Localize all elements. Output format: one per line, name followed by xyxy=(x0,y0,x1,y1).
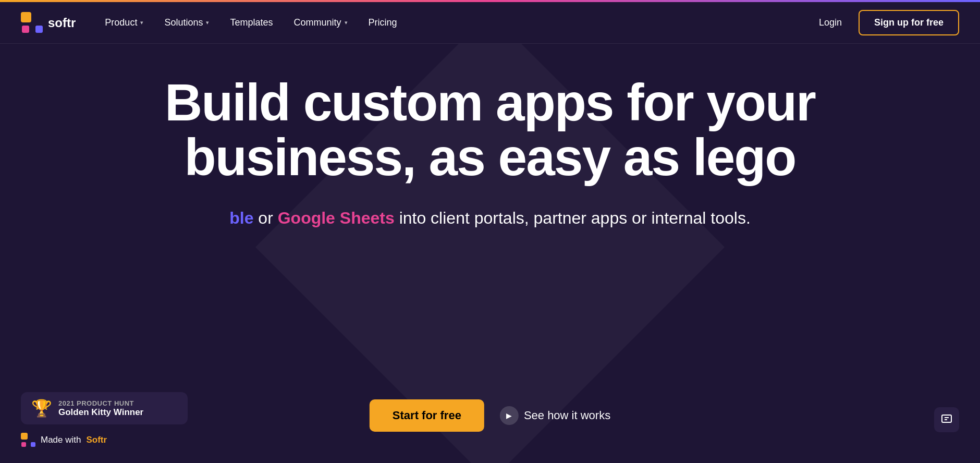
nav-item-pricing[interactable]: Pricing xyxy=(360,13,406,32)
nav-item-product[interactable]: Product ▾ xyxy=(96,13,152,32)
svg-rect-0 xyxy=(942,415,951,422)
badge-title: Golden Kitty Winner xyxy=(58,407,143,418)
login-button[interactable]: Login xyxy=(811,13,850,32)
see-how-it-works-button[interactable]: ▶ See how it works xyxy=(500,406,610,425)
hero-subtitle: ble or Google Sheets into client portals… xyxy=(146,205,834,230)
logo-text: softr xyxy=(48,16,76,30)
navbar: softr Product ▾ Solutions ▾ Templates Co… xyxy=(0,2,980,44)
product-hunt-badge: 🏆 2021 PRODUCT HUNT Golden Kitty Winner xyxy=(21,392,188,424)
nav-item-community[interactable]: Community ▾ xyxy=(286,13,356,32)
made-with-label: Made with xyxy=(41,435,81,445)
airtable-highlight: ble xyxy=(229,209,253,227)
chevron-down-icon: ▾ xyxy=(140,19,143,26)
made-with-brand: Softr xyxy=(86,435,107,445)
hero-title: Build custom apps for your business, as … xyxy=(146,75,834,185)
subtitle-suffix: into client portals, partner apps or int… xyxy=(395,209,751,227)
nav-links: Product ▾ Solutions ▾ Templates Communit… xyxy=(96,13,811,32)
signup-button[interactable]: Sign up for free xyxy=(859,10,959,35)
hero-bottom-left: 🏆 2021 PRODUCT HUNT Golden Kitty Winner … xyxy=(21,392,188,447)
chevron-down-icon: ▾ xyxy=(206,19,209,26)
logo-icon xyxy=(21,12,43,34)
hero-bottom-right xyxy=(934,407,959,432)
hero-cta-group: Start for free ▶ See how it works xyxy=(370,399,610,432)
subtitle-or: or xyxy=(253,209,277,227)
trophy-icon: 🏆 xyxy=(31,398,52,418)
chat-icon[interactable] xyxy=(934,407,959,432)
logo-link[interactable]: softr xyxy=(21,12,76,34)
nav-item-templates[interactable]: Templates xyxy=(222,13,281,32)
made-with-logo-icon xyxy=(21,433,35,447)
nav-item-solutions[interactable]: Solutions ▾ xyxy=(156,13,217,32)
badge-text: 2021 PRODUCT HUNT Golden Kitty Winner xyxy=(58,399,143,418)
badge-year: 2021 PRODUCT HUNT xyxy=(58,399,143,407)
hero-bottom: 🏆 2021 PRODUCT HUNT Golden Kitty Winner … xyxy=(0,392,980,447)
made-with-badge: Made with Softr xyxy=(21,433,188,447)
hero-section: Build custom apps for your business, as … xyxy=(0,44,980,463)
start-for-free-button[interactable]: Start for free xyxy=(370,399,484,432)
hero-content: Build custom apps for your business, as … xyxy=(125,75,855,257)
nav-right: Login Sign up for free xyxy=(811,10,959,35)
play-icon: ▶ xyxy=(500,406,519,425)
chevron-down-icon: ▾ xyxy=(345,19,348,26)
sheets-highlight: Google Sheets xyxy=(278,209,395,227)
